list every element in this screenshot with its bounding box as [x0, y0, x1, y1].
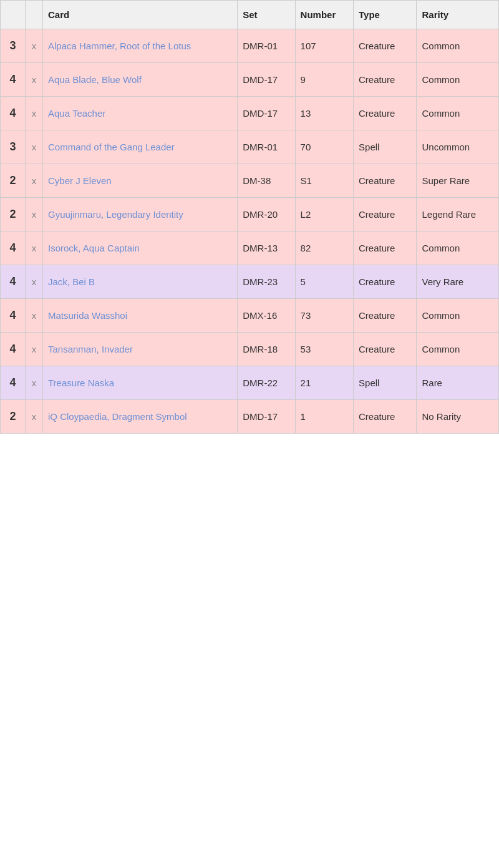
- set-cell: DMR-20: [238, 198, 295, 232]
- type-cell: Creature: [354, 97, 417, 130]
- rarity-cell: Very Rare: [417, 265, 499, 299]
- set-cell: DMR-22: [238, 366, 295, 400]
- number-cell: 82: [295, 232, 353, 265]
- card-name-cell[interactable]: Treasure Naska: [43, 366, 238, 400]
- type-cell: Creature: [354, 232, 417, 265]
- type-cell: Spell: [354, 366, 417, 400]
- qty-cell: 4: [1, 333, 26, 366]
- type-cell: Creature: [354, 63, 417, 97]
- x-cell: x: [26, 97, 43, 130]
- x-cell: x: [26, 265, 43, 299]
- rarity-cell: Common: [417, 299, 499, 333]
- number-cell: 1: [295, 400, 353, 434]
- col-card: Card: [43, 1, 238, 29]
- x-cell: x: [26, 29, 43, 63]
- table-row: 4xAqua Blade, Blue WolfDMD-179CreatureCo…: [1, 63, 499, 97]
- card-name-cell[interactable]: Tansanman, Invader: [43, 333, 238, 366]
- card-name-cell[interactable]: Jack, Bei B: [43, 265, 238, 299]
- card-name-cell[interactable]: Matsurida Wasshoi: [43, 299, 238, 333]
- card-name-cell[interactable]: Cyber J Eleven: [43, 164, 238, 198]
- rarity-cell: Uncommon: [417, 130, 499, 164]
- table-row: 4xAqua TeacherDMD-1713CreatureCommon: [1, 97, 499, 130]
- x-cell: x: [26, 333, 43, 366]
- card-name-cell[interactable]: Aqua Teacher: [43, 97, 238, 130]
- x-cell: x: [26, 299, 43, 333]
- col-rarity: Rarity: [417, 1, 499, 29]
- table-row: 4xIsorock, Aqua CaptainDMR-1382CreatureC…: [1, 232, 499, 265]
- set-cell: DMD-17: [238, 400, 295, 434]
- rarity-cell: Common: [417, 63, 499, 97]
- table-row: 4xMatsurida WasshoiDMX-1673CreatureCommo…: [1, 299, 499, 333]
- number-cell: 13: [295, 97, 353, 130]
- number-cell: 73: [295, 299, 353, 333]
- table-row: 2xiQ Cloypaedia, Dragment SymbolDMD-171C…: [1, 400, 499, 434]
- number-cell: S1: [295, 164, 353, 198]
- col-number: Number: [295, 1, 353, 29]
- table-header-row: Card Set Number Type Rarity: [1, 1, 499, 29]
- rarity-cell: Common: [417, 232, 499, 265]
- number-cell: 70: [295, 130, 353, 164]
- table-row: 4xTreasure NaskaDMR-2221SpellRare: [1, 366, 499, 400]
- table-row: 2xCyber J ElevenDM-38S1CreatureSuper Rar…: [1, 164, 499, 198]
- set-cell: DMR-18: [238, 333, 295, 366]
- qty-cell: 2: [1, 400, 26, 434]
- x-cell: x: [26, 164, 43, 198]
- col-qty: [1, 1, 26, 29]
- qty-cell: 4: [1, 299, 26, 333]
- set-cell: DMX-16: [238, 299, 295, 333]
- qty-cell: 4: [1, 366, 26, 400]
- x-cell: x: [26, 198, 43, 232]
- set-cell: DM-38: [238, 164, 295, 198]
- card-name-cell[interactable]: Alpaca Hammer, Root of the Lotus: [43, 29, 238, 63]
- number-cell: 53: [295, 333, 353, 366]
- set-cell: DMD-17: [238, 97, 295, 130]
- number-cell: 107: [295, 29, 353, 63]
- number-cell: 9: [295, 63, 353, 97]
- x-cell: x: [26, 130, 43, 164]
- qty-cell: 4: [1, 265, 26, 299]
- set-cell: DMR-01: [238, 29, 295, 63]
- rarity-cell: Super Rare: [417, 164, 499, 198]
- card-name-cell[interactable]: Command of the Gang Leader: [43, 130, 238, 164]
- card-name-cell[interactable]: iQ Cloypaedia, Dragment Symbol: [43, 400, 238, 434]
- set-cell: DMD-17: [238, 63, 295, 97]
- qty-cell: 3: [1, 29, 26, 63]
- set-cell: DMR-13: [238, 232, 295, 265]
- card-name-cell[interactable]: Isorock, Aqua Captain: [43, 232, 238, 265]
- rarity-cell: No Rarity: [417, 400, 499, 434]
- type-cell: Creature: [354, 400, 417, 434]
- set-cell: DMR-23: [238, 265, 295, 299]
- type-cell: Creature: [354, 299, 417, 333]
- qty-cell: 4: [1, 232, 26, 265]
- type-cell: Creature: [354, 198, 417, 232]
- col-set: Set: [238, 1, 295, 29]
- qty-cell: 4: [1, 97, 26, 130]
- type-cell: Spell: [354, 130, 417, 164]
- rarity-cell: Rare: [417, 366, 499, 400]
- number-cell: 5: [295, 265, 353, 299]
- set-cell: DMR-01: [238, 130, 295, 164]
- x-cell: x: [26, 232, 43, 265]
- x-cell: x: [26, 63, 43, 97]
- type-cell: Creature: [354, 164, 417, 198]
- card-name-cell[interactable]: Aqua Blade, Blue Wolf: [43, 63, 238, 97]
- qty-cell: 2: [1, 198, 26, 232]
- card-name-cell[interactable]: Gyuujinmaru, Legendary Identity: [43, 198, 238, 232]
- qty-cell: 3: [1, 130, 26, 164]
- type-cell: Creature: [354, 29, 417, 63]
- x-cell: x: [26, 400, 43, 434]
- rarity-cell: Legend Rare: [417, 198, 499, 232]
- table-row: 2xGyuujinmaru, Legendary IdentityDMR-20L…: [1, 198, 499, 232]
- type-cell: Creature: [354, 333, 417, 366]
- rarity-cell: Common: [417, 97, 499, 130]
- number-cell: L2: [295, 198, 353, 232]
- x-cell: x: [26, 366, 43, 400]
- col-type: Type: [354, 1, 417, 29]
- rarity-cell: Common: [417, 333, 499, 366]
- qty-cell: 4: [1, 63, 26, 97]
- col-x: [26, 1, 43, 29]
- type-cell: Creature: [354, 265, 417, 299]
- table-row: 3xCommand of the Gang LeaderDMR-0170Spel…: [1, 130, 499, 164]
- number-cell: 21: [295, 366, 353, 400]
- card-table: Card Set Number Type Rarity 3xAlpaca Ham…: [0, 0, 499, 434]
